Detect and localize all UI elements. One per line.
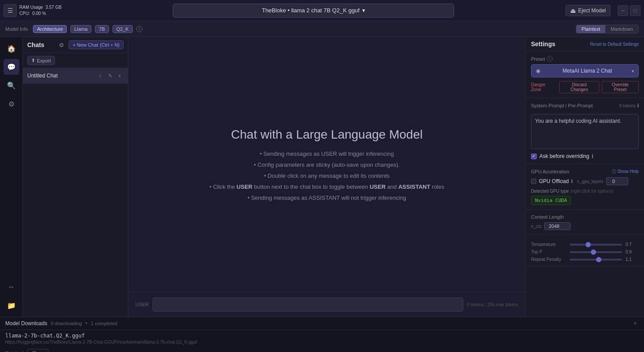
top-bar: ☰ RAM Usage 3.57 GB CPU: 0.00 % TheBloke…	[0, 0, 644, 21]
show-help-link[interactable]: ⓘ Show Help	[612, 169, 639, 175]
gpu-section-header: GPU Acceleration ⓘ Show Help	[531, 169, 639, 175]
gpu-acceleration-label: GPU Acceleration	[531, 169, 569, 174]
preset-dropdown-arrow-icon: ▾	[632, 69, 634, 73]
slider-thumb-3[interactable]	[596, 257, 601, 262]
slider-row-3: Repeat Penalty 1.1	[531, 257, 639, 262]
home-icon-button[interactable]: 🏠	[4, 40, 19, 56]
chat-area: Chat with a Large Language Model • Sendi…	[128, 37, 525, 317]
settings-icon-button[interactable]: ⚙	[4, 96, 19, 112]
new-chat-shortcut: (Ctrl + N)	[100, 42, 120, 48]
ask-before-overriding-checkbox[interactable]	[531, 154, 537, 159]
chat-info-item-3: • Click the USER button next to the chat…	[209, 183, 444, 190]
n-layers-label: n_gpu_layers	[577, 179, 603, 184]
chat-info-button[interactable]: i	[96, 72, 104, 80]
architecture-value-badge: Llama	[70, 25, 91, 33]
download-status-downloading: 0 downloading	[51, 321, 82, 326]
eject-icon: ⏏	[570, 7, 576, 14]
preset-info-icon[interactable]: i	[547, 56, 553, 62]
chat-item-name: Untitled Chat	[27, 73, 94, 79]
gpu-offload-info-icon[interactable]: i	[571, 178, 573, 184]
minimize-button[interactable]: ─	[618, 5, 628, 16]
main-layout: 🏠 💬 🔍 ⚙ ↔ 📁 Chats ⚙ + New Chat (Ctrl + N…	[0, 37, 644, 317]
system-prompt-textarea[interactable]	[531, 114, 639, 149]
minimize-icon: ─	[621, 8, 625, 13]
chat-item-actions: i ✎ ×	[96, 72, 124, 80]
download-item: llama-2-7b-chat.Q2_K.gguf https://huggin…	[0, 330, 644, 347]
slider-value-1: 0.7	[626, 242, 639, 247]
gpu-chip[interactable]: Nvidia CUDA	[531, 196, 571, 205]
chat-info-item-1: • Config parameters are sticky (auto-sav…	[209, 161, 444, 168]
chat-welcome-title: Chat with a Large Language Model	[231, 128, 423, 142]
ask-override-info-icon[interactable]: i	[592, 153, 593, 159]
cpu-label: CPU:	[19, 11, 30, 16]
folder-icon-button[interactable]: 📁	[4, 297, 19, 313]
override-preset-button[interactable]: Override Preset	[602, 81, 639, 93]
download-item-name: llama-2-7b-chat.Q2_K.gguf	[5, 333, 639, 339]
model-name: TheBloke • llama 2 chat 7B Q2_K gguf	[262, 7, 360, 14]
settings-title: Settings	[531, 40, 586, 48]
chat-input-field[interactable]	[153, 297, 464, 312]
new-chat-label: + New Chat	[73, 42, 98, 48]
detected-gpu-label: Detected GPU type	[531, 189, 569, 194]
arrow-icon-button[interactable]: ↔	[4, 279, 19, 295]
n-ctx-input[interactable]	[544, 222, 571, 230]
detected-gpu-container: Detected GPU type (right click for optio…	[531, 188, 639, 205]
maximize-button[interactable]: □	[630, 5, 640, 16]
model-info-bar: Model Info Architecture Llama 7B Q2_K i …	[0, 21, 644, 37]
slider-row-1: Temperature 0.7	[531, 242, 639, 247]
slider-bar-2[interactable]	[570, 251, 622, 253]
chat-input-area: USER 0 tokens / 256 max tokens	[128, 292, 525, 317]
export-label: Export	[37, 58, 51, 63]
tokens-count: 9 tokens	[619, 103, 636, 108]
icon-bar: 🏠 💬 🔍 ⚙ ↔ 📁	[0, 37, 23, 317]
chats-sidebar: Chats ⚙ + New Chat (Ctrl + N) ⬆ Export U…	[23, 37, 128, 317]
token-count-info: 0 tokens / 256 max tokens	[467, 302, 518, 307]
n-layers-input[interactable]	[606, 177, 628, 185]
user-role-label[interactable]: USER	[135, 302, 149, 307]
chats-gear-icon[interactable]: ⚙	[57, 40, 66, 49]
ask-before-overriding-row: Ask before overriding i	[531, 153, 639, 159]
clear-button[interactable]: Clear	[27, 349, 48, 352]
model-selector-button[interactable]: TheBloke • llama 2 chat 7B Q2_K gguf ▾	[173, 4, 454, 18]
preset-label: Preset i	[531, 56, 639, 62]
download-actions: Finished Clear	[0, 347, 644, 352]
slider-bar-3[interactable]	[570, 259, 622, 260]
system-prompt-section: System Prompt / Pre-Prompt 9 tokens i As…	[526, 98, 644, 164]
settings-header: Settings Reset to Default Settings	[526, 37, 644, 51]
download-item-url: https://huggingface.co/TheBloke/Llama-2-…	[5, 340, 639, 345]
format-plaintext-button[interactable]: Plaintext	[576, 25, 605, 33]
preset-circle-icon: ◉	[536, 68, 540, 74]
preset-dropdown-button[interactable]: ◉ MetaAI Llama 2 Chat ▾	[531, 64, 639, 77]
slider-value-2: 0.9	[626, 249, 639, 254]
format-markdown-button[interactable]: Markdown	[605, 25, 638, 33]
detected-gpu-hint: (right click for options)	[571, 189, 614, 194]
preset-section: Preset i ◉ MetaAI Llama 2 Chat ▾ Danger …	[526, 51, 644, 98]
ask-before-overriding-label: Ask before overriding	[539, 153, 589, 159]
architecture-badge: Architecture	[33, 25, 67, 33]
format-buttons: Plaintext Markdown	[576, 25, 639, 33]
close-download-button[interactable]: ×	[632, 320, 639, 327]
ram-label: RAM Usage	[19, 5, 43, 10]
quant-info-icon[interactable]: i	[136, 26, 142, 32]
chat-close-button[interactable]: ×	[116, 72, 124, 80]
slider-thumb-2[interactable]	[591, 249, 596, 255]
reset-defaults-button[interactable]: Reset to Default Settings	[590, 42, 639, 47]
new-chat-button[interactable]: + New Chat (Ctrl + N)	[69, 40, 124, 49]
ram-info: RAM Usage 3.57 GB CPU: 0.00 %	[19, 4, 62, 17]
slider-bar-1[interactable]	[570, 244, 622, 246]
context-length-label: Context Length	[531, 214, 639, 220]
download-bar-header: Model Downloads 0 downloading • 1 comple…	[0, 317, 644, 330]
chat-edit-button[interactable]: ✎	[106, 72, 114, 80]
export-button[interactable]: ⬆ Export	[27, 56, 55, 65]
tokens-info-icon[interactable]: i	[637, 103, 639, 109]
discard-changes-button[interactable]: Discard Changes	[559, 81, 599, 93]
slider-thumb-1[interactable]	[586, 242, 591, 247]
sidebar-toggle-button[interactable]: ☰	[4, 4, 17, 17]
gpu-offload-checkbox[interactable]	[531, 179, 536, 184]
eject-model-button[interactable]: ⏏ Eject Model	[565, 5, 611, 16]
chat-icon-button[interactable]: 💬	[4, 59, 19, 75]
chat-info-list: • Sending messages as USER will trigger …	[209, 150, 444, 201]
chat-list-item[interactable]: Untitled Chat i ✎ ×	[23, 68, 128, 84]
search-icon-button[interactable]: 🔍	[4, 77, 19, 93]
model-downloads-title: Model Downloads	[5, 320, 47, 326]
